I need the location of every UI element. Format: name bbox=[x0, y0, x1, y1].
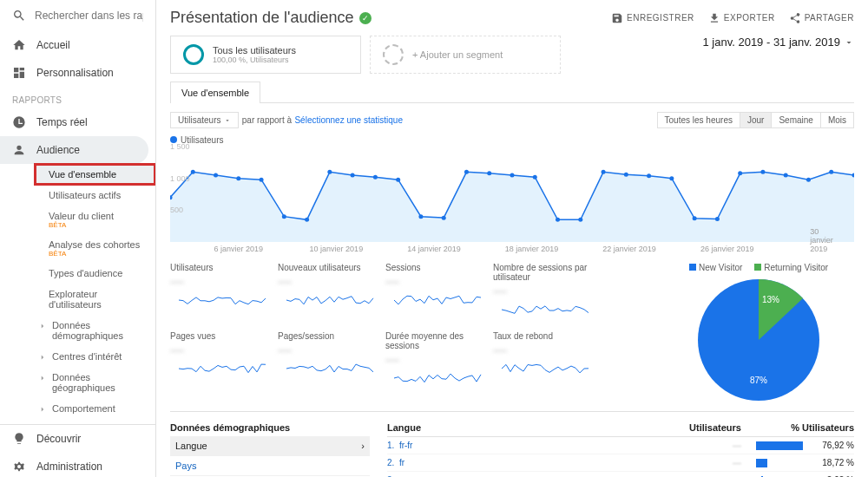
pie-column: New Visitor Returning Visitor 13%87% bbox=[663, 263, 854, 401]
caret-right-icon bbox=[38, 374, 47, 382]
nav-realtime[interactable]: Temps réel bbox=[0, 108, 155, 136]
sub-behavior[interactable]: Comportement bbox=[35, 398, 155, 419]
svg-point-4 bbox=[260, 178, 264, 182]
compared-label: par rapport à bbox=[242, 115, 292, 125]
svg-point-28 bbox=[806, 178, 811, 182]
legend-square-icon bbox=[754, 264, 761, 271]
svg-point-9 bbox=[373, 175, 378, 180]
gran-hour[interactable]: Toutes les heures bbox=[658, 113, 740, 127]
header-row: Présentation de l'audience ✓ ENREGISTRER… bbox=[170, 9, 854, 27]
table-header: Langue Utilisateurs % Utilisateurs bbox=[387, 419, 854, 437]
search-input[interactable] bbox=[35, 10, 143, 22]
svg-point-23 bbox=[693, 216, 697, 220]
legend-square-icon bbox=[689, 264, 696, 271]
svg-point-24 bbox=[715, 217, 720, 221]
gran-day[interactable]: Jour bbox=[740, 113, 771, 127]
sub-audience-types[interactable]: Types d'audience bbox=[35, 263, 155, 284]
segment-row: Tous les utilisateurs100,00 %, Utilisate… bbox=[170, 36, 854, 74]
sub-user-explorer[interactable]: Explorateur d'utilisateurs bbox=[35, 284, 155, 315]
nav-discover[interactable]: Découvrir bbox=[0, 425, 155, 453]
metric-sessions: Sessions— bbox=[385, 263, 490, 310]
svg-point-26 bbox=[760, 170, 765, 174]
nav-home[interactable]: Accueil bbox=[0, 31, 155, 59]
chart-legend: Utilisateurs bbox=[170, 135, 854, 145]
language-table: Langue Utilisateurs % Utilisateurs 1. fr… bbox=[387, 419, 854, 477]
person-icon bbox=[12, 143, 26, 157]
segment-label: Tous les utilisateurs bbox=[213, 45, 296, 56]
metric-bounce: Taux de rebond— bbox=[493, 331, 597, 378]
sub-ltv[interactable]: Valeur du clientBÊTA bbox=[35, 206, 155, 234]
sub-cohorts[interactable]: Analyse des cohortesBÊTA bbox=[35, 234, 155, 263]
demo-title: Données démographiques bbox=[170, 419, 370, 436]
nav-admin[interactable]: Administration bbox=[0, 453, 155, 477]
add-circle-icon bbox=[383, 44, 404, 65]
gran-month[interactable]: Mois bbox=[820, 113, 853, 127]
segment-all-users[interactable]: Tous les utilisateurs100,00 %, Utilisate… bbox=[170, 36, 361, 74]
export-button[interactable]: EXPORTER bbox=[708, 12, 775, 24]
svg-point-15 bbox=[510, 173, 515, 178]
svg-point-19 bbox=[602, 170, 606, 174]
caret-right-icon bbox=[38, 405, 47, 414]
demographics-section: Données démographiques Langue› Pays Vill… bbox=[170, 411, 854, 477]
metric-pageviews: Pages vues— bbox=[170, 331, 274, 378]
svg-point-13 bbox=[464, 170, 469, 174]
dashboard-icon bbox=[12, 66, 26, 80]
caret-right-icon bbox=[38, 322, 47, 330]
metrics-grid: Utilisateurs—Nouveaux utilisateurs—Sessi… bbox=[170, 263, 642, 401]
pie-chart: 13%87% bbox=[698, 279, 819, 401]
nav-home-label: Accueil bbox=[36, 39, 70, 51]
svg-point-27 bbox=[784, 173, 788, 178]
svg-point-16 bbox=[533, 175, 537, 180]
sub-active-users[interactable]: Utilisateurs actifs bbox=[35, 185, 155, 206]
segment-circle-icon bbox=[183, 44, 204, 65]
header-actions: ENREGISTRER EXPORTER PARTAGER bbox=[611, 12, 854, 24]
svg-point-25 bbox=[738, 171, 742, 175]
demo-row-langue[interactable]: Langue› bbox=[170, 436, 370, 456]
table-row: 2. fr—18,72 % bbox=[387, 454, 854, 472]
home-icon bbox=[12, 38, 26, 52]
verified-icon: ✓ bbox=[359, 12, 372, 24]
nav-custom-label: Personnalisation bbox=[36, 67, 114, 79]
metric-sess_per_user: Nombre de sessions par utilisateur— bbox=[493, 263, 597, 319]
sidebar: Accueil Personnalisation RAPPORTS Temps … bbox=[0, 0, 156, 477]
date-range-picker[interactable]: 1 janv. 2019 - 31 janv. 2019 bbox=[702, 36, 854, 49]
sub-interests[interactable]: Centres d'intérêt bbox=[35, 346, 155, 367]
nav-realtime-label: Temps réel bbox=[36, 116, 88, 128]
gran-week[interactable]: Semaine bbox=[771, 113, 819, 127]
select-stat-link[interactable]: Sélectionnez une statistique bbox=[294, 115, 403, 125]
metric-new_users: Nouveaux utilisateurs— bbox=[278, 263, 382, 310]
add-segment-button[interactable]: + Ajouter un segment bbox=[370, 36, 561, 74]
search-row bbox=[0, 0, 155, 31]
nav-audience[interactable]: Audience bbox=[0, 136, 148, 164]
svg-point-18 bbox=[578, 218, 582, 222]
metric-selector[interactable]: Utilisateurs bbox=[170, 112, 239, 128]
svg-point-22 bbox=[669, 176, 674, 180]
nav-admin-label: Administration bbox=[36, 461, 102, 473]
pie-legend: New Visitor Returning Visitor bbox=[663, 263, 854, 272]
nav-audience-label: Audience bbox=[36, 144, 80, 156]
demo-row-pays[interactable]: Pays bbox=[170, 456, 370, 476]
svg-point-11 bbox=[418, 214, 423, 219]
svg-point-20 bbox=[624, 173, 628, 177]
granularity-toggle: Toutes les heures Jour Semaine Mois bbox=[657, 112, 854, 128]
sub-geo[interactable]: Données géographiques bbox=[35, 367, 155, 398]
segment-sub: 100,00 %, Utilisateurs bbox=[213, 56, 296, 64]
audience-sublist: Vue d'ensemble Utilisateurs actifs Valeu… bbox=[0, 164, 155, 419]
svg-point-5 bbox=[282, 214, 286, 219]
nav-custom[interactable]: Personnalisation bbox=[0, 59, 155, 87]
tabs: Vue d'ensemble bbox=[170, 81, 854, 103]
table-row: 1. fr-fr—76,92 % bbox=[387, 437, 854, 454]
save-button[interactable]: ENREGISTRER bbox=[611, 12, 694, 24]
tab-overview[interactable]: Vue d'ensemble bbox=[170, 82, 260, 103]
share-button[interactable]: PARTAGER bbox=[789, 12, 854, 24]
svg-point-3 bbox=[236, 176, 240, 180]
line-chart: 5001 0001 5006 janvier 201910 janvier 20… bbox=[170, 147, 854, 242]
metric-pages_sess: Pages/session— bbox=[278, 331, 382, 378]
sub-demographics[interactable]: Données démographiques bbox=[35, 315, 155, 346]
page-title: Présentation de l'audience ✓ bbox=[170, 9, 372, 27]
svg-point-10 bbox=[396, 178, 400, 182]
sub-overview[interactable]: Vue d'ensemble bbox=[35, 164, 155, 185]
clock-icon bbox=[12, 115, 26, 129]
lightbulb-icon bbox=[12, 432, 26, 446]
svg-point-29 bbox=[829, 170, 833, 174]
